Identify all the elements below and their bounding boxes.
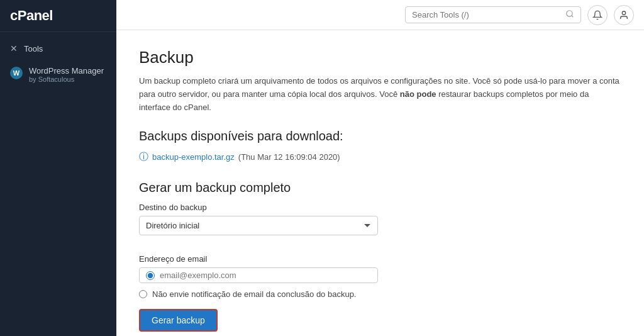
sidebar-logo: cPanel <box>0 0 116 32</box>
dest-label: Destino do backup <box>139 203 453 212</box>
wordpress-title: WordPress Manager <box>29 66 104 76</box>
svg-point-0 <box>567 11 572 16</box>
search-icon <box>565 9 574 20</box>
wordpress-icon: W <box>10 67 23 79</box>
no-email-radio[interactable] <box>139 290 147 298</box>
backup-link-row: ⓘ backup-exemplo.tar.gz (Thu Mar 12 16:0… <box>139 151 621 163</box>
form-section: Destino do backup Diretório inicial Serv… <box>139 203 453 332</box>
section-generate-title: Gerar um backup completo <box>139 181 621 195</box>
description-bold: não pode <box>400 89 436 99</box>
wordpress-sub: by Softaculous <box>29 76 104 83</box>
description: Um backup completo criará um arquivament… <box>139 75 621 114</box>
email-input[interactable] <box>160 271 371 280</box>
section-available-title: Backups disponíveis para download: <box>139 129 621 143</box>
page-title: Backup <box>139 48 621 67</box>
sidebar-item-wordpress[interactable]: W WordPress Manager by Softaculous <box>0 60 116 89</box>
email-radio[interactable] <box>146 271 155 280</box>
tools-icon: ✕ <box>10 43 18 53</box>
svg-point-2 <box>622 11 625 14</box>
sidebar-nav: ✕ Tools W WordPress Manager by Softaculo… <box>0 32 116 94</box>
sidebar-item-tools-label: Tools <box>24 44 43 53</box>
email-row <box>139 267 378 283</box>
user-button[interactable] <box>614 5 634 25</box>
sidebar: cPanel ✕ Tools W WordPress Manager by So… <box>0 0 116 336</box>
backup-timestamp: (Thu Mar 12 16:09:04 2020) <box>238 152 340 162</box>
sidebar-item-tools[interactable]: ✕ Tools <box>0 37 116 60</box>
dest-group: Destino do backup Diretório inicial Serv… <box>139 203 453 245</box>
search-box[interactable] <box>405 6 581 23</box>
no-email-row: Não envie notificação de email da conclu… <box>139 289 453 299</box>
backup-file-link[interactable]: backup-exemplo.tar.gz <box>152 152 235 162</box>
no-email-label: Não envie notificação de email da conclu… <box>152 289 357 299</box>
header <box>116 0 644 30</box>
wordpress-text: WordPress Manager by Softaculous <box>29 66 104 83</box>
email-label: Endereço de email <box>139 254 453 264</box>
generate-backup-button[interactable]: Gerar backup <box>139 309 218 332</box>
svg-line-1 <box>572 16 574 18</box>
email-group: Endereço de email Não envie notificação … <box>139 254 453 299</box>
notifications-button[interactable] <box>587 5 608 25</box>
dest-select[interactable]: Diretório inicial Servidor FTP remoto SC… <box>139 216 378 235</box>
search-input[interactable] <box>412 10 562 20</box>
logo-text: cPanel <box>10 8 53 23</box>
backup-link-icon: ⓘ <box>139 151 148 163</box>
main-wrapper: Backup Um backup completo criará um arqu… <box>116 0 644 336</box>
main-content: Backup Um backup completo criará um arqu… <box>116 30 644 336</box>
